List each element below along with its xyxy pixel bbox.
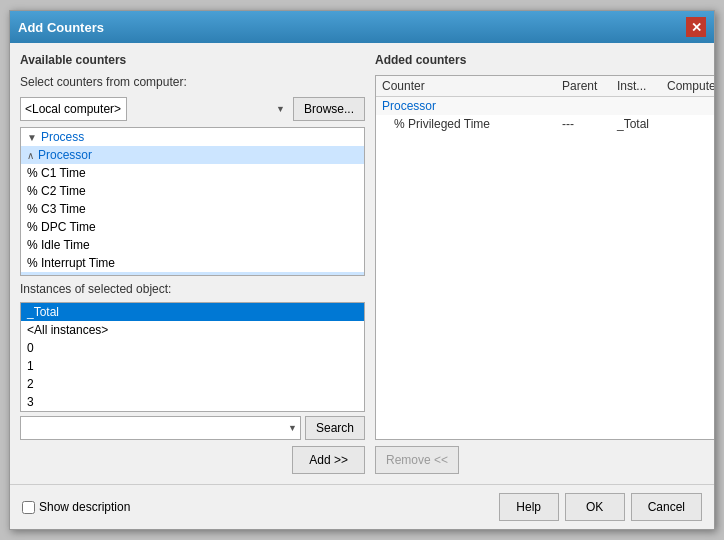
add-button[interactable]: Add >> — [292, 446, 365, 474]
instances-title: Instances of selected object: — [20, 282, 365, 296]
dialog-footer: Show description Help OK Cancel — [10, 484, 714, 529]
header-counter: Counter — [382, 79, 562, 93]
dialog-body: Available counters Select counters from … — [10, 43, 714, 484]
ok-button[interactable]: OK — [565, 493, 625, 521]
processor-category-counter: Processor — [382, 99, 562, 113]
table-row-processor-category[interactable]: Processor ∧ — [376, 97, 714, 115]
remove-button[interactable]: Remove << — [375, 446, 459, 474]
counter-process[interactable]: ▼ Process — [21, 128, 364, 146]
idletime-label: % Idle Time — [27, 238, 90, 252]
header-instance: Inst... — [617, 79, 667, 93]
instance-3[interactable]: 3 — [21, 393, 364, 411]
instances-search-input[interactable] — [20, 416, 301, 440]
counter-interrupttime[interactable]: % Interrupt Time — [21, 254, 364, 272]
add-counters-dialog: Add Counters ✕ Available counters Select… — [9, 10, 715, 530]
right-panel: Added counters Counter Parent Inst... Co… — [375, 53, 714, 474]
show-description-checkbox[interactable] — [22, 501, 35, 514]
instances-search-wrapper — [20, 416, 301, 440]
counter-c1time[interactable]: % C1 Time — [21, 164, 364, 182]
counter-privilegedtime[interactable]: % Privileged Time — [21, 272, 364, 276]
counter-c2time[interactable]: % C2 Time — [21, 182, 364, 200]
added-counters-title: Added counters — [375, 53, 714, 67]
process-label: Process — [41, 130, 84, 144]
footer-buttons: Help OK Cancel — [499, 493, 702, 521]
instance-2[interactable]: 2 — [21, 375, 364, 393]
instance-0[interactable]: 0 — [21, 339, 364, 357]
privilegedtime-label: % Privileged Time — [27, 274, 123, 276]
privileged-instance: _Total — [617, 117, 667, 131]
instances-list[interactable]: _Total <All instances> 0 1 2 3 — [20, 302, 365, 412]
processor-category-computer: ∧ — [667, 101, 714, 112]
counter-dpctime[interactable]: % DPC Time — [21, 218, 364, 236]
header-computer: Computer — [667, 79, 714, 93]
c1time-label: % C1 Time — [27, 166, 86, 180]
processor-label: Processor — [38, 148, 92, 162]
instance-1[interactable]: 1 — [21, 357, 364, 375]
table-header: Counter Parent Inst... Computer — [376, 76, 714, 97]
cancel-button[interactable]: Cancel — [631, 493, 702, 521]
processor-expand-icon: ∧ — [27, 150, 34, 161]
search-button[interactable]: Search — [305, 416, 365, 440]
process-expand-icon: ▼ — [27, 132, 37, 143]
help-button[interactable]: Help — [499, 493, 559, 521]
interrupttime-label: % Interrupt Time — [27, 256, 115, 270]
title-bar: Add Counters ✕ — [10, 11, 714, 43]
privileged-parent: --- — [562, 117, 617, 131]
instances-section: Instances of selected object: _Total <Al… — [20, 282, 365, 440]
instances-search-row: Search — [20, 416, 365, 440]
collapse-icon: ∧ — [713, 101, 714, 112]
added-counters-table: Counter Parent Inst... Computer Processo… — [375, 75, 714, 440]
dialog-title: Add Counters — [18, 20, 104, 35]
computer-row: <Local computer> Browse... — [20, 97, 365, 121]
counter-idletime[interactable]: % Idle Time — [21, 236, 364, 254]
instance-allinstances[interactable]: <All instances> — [21, 321, 364, 339]
computer-select-wrapper: <Local computer> — [20, 97, 289, 121]
counter-processor[interactable]: ∧ Processor — [21, 146, 364, 164]
dpctime-label: % DPC Time — [27, 220, 96, 234]
computer-select[interactable]: <Local computer> — [20, 97, 127, 121]
close-button[interactable]: ✕ — [686, 17, 706, 37]
available-counters-title: Available counters — [20, 53, 365, 67]
counters-list[interactable]: ▼ Process ∧ Processor % C1 Time % C2 Tim… — [20, 127, 365, 276]
computer-label: Select counters from computer: — [20, 75, 365, 89]
privileged-counter: % Privileged Time — [382, 117, 562, 131]
show-description-section: Show description — [22, 500, 130, 514]
instance-total[interactable]: _Total — [21, 303, 364, 321]
c3time-label: % C3 Time — [27, 202, 86, 216]
c2time-label: % C2 Time — [27, 184, 86, 198]
header-parent: Parent — [562, 79, 617, 93]
counter-c3time[interactable]: % C3 Time — [21, 200, 364, 218]
browse-button[interactable]: Browse... — [293, 97, 365, 121]
show-description-label[interactable]: Show description — [39, 500, 130, 514]
table-row-privileged-time[interactable]: % Privileged Time --- _Total — [376, 115, 714, 133]
left-panel: Available counters Select counters from … — [20, 53, 365, 474]
